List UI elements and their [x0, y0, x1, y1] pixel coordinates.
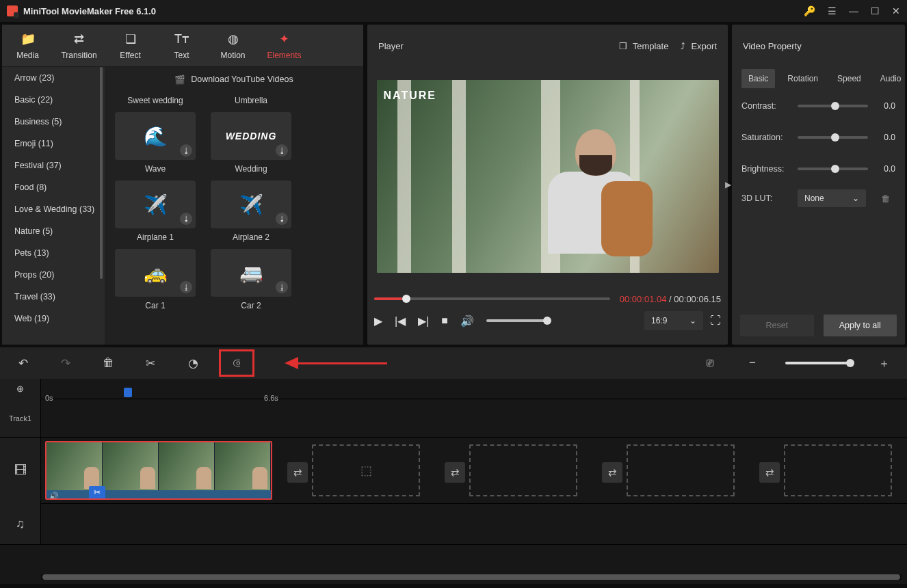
property-tab-audio[interactable]: Audio	[873, 69, 907, 88]
delete-lut-icon[interactable]: 🗑	[881, 193, 890, 204]
stop-button[interactable]: ■	[441, 315, 448, 327]
split-button[interactable]: ✂	[141, 353, 160, 373]
maximize-button[interactable]: ☐	[871, 5, 880, 16]
timeline-horizontal-scrollbar[interactable]	[41, 574, 902, 580]
download-youtube-link[interactable]: 🎬 Download YouTube Videos	[105, 67, 363, 92]
category-item[interactable]: Arrow (23)	[2, 67, 105, 89]
play-button[interactable]: ▶	[374, 315, 382, 328]
timeline-fit-icon[interactable]: ⎚	[700, 353, 720, 373]
property-tab-speed[interactable]: Speed	[830, 69, 868, 88]
zoom-slider[interactable]	[785, 362, 851, 364]
category-item[interactable]: Pets (13)	[2, 242, 105, 264]
elements-icon: ✦	[279, 31, 289, 46]
player-controls: 00:00:01.04 / 00:00:06.15 ▶ |◀ ▶| ■ 🔊 16…	[367, 286, 728, 345]
undo-button[interactable]: ↶	[14, 353, 33, 373]
fullscreen-button[interactable]: ⛶	[710, 315, 721, 327]
category-item[interactable]: Nature (5)	[2, 220, 105, 242]
minimize-button[interactable]: —	[849, 5, 858, 16]
empty-slot-3[interactable]: ⇄	[627, 444, 735, 496]
property-tabs: BasicRotationSpeedAudio	[732, 67, 905, 90]
add-track-button[interactable]: ⊕	[0, 379, 41, 399]
download-icon[interactable]: ⭳	[180, 144, 192, 157]
video-track-icon: 🎞	[0, 438, 41, 504]
download-icon[interactable]: ⭳	[276, 144, 288, 157]
category-item[interactable]: Basic (22)	[2, 89, 105, 111]
timeline: ⊕ 0s 6.6s Track1 🎞 🔊 ✂ ⇄	[0, 379, 907, 584]
tab-transition[interactable]: ⇄Transition	[53, 25, 105, 67]
key-icon[interactable]: 🔑	[804, 5, 815, 16]
element-item[interactable]: 🚐⭳Car 2	[210, 249, 292, 310]
zoom-out-button[interactable]: −	[743, 353, 762, 373]
element-item[interactable]: ✈️⭳Airplane 2	[210, 181, 292, 242]
annotation-arrow	[285, 356, 387, 370]
element-item[interactable]: WEDDING⭳Wedding	[210, 112, 292, 174]
download-icon[interactable]: ⭳	[180, 213, 192, 225]
collapse-property-icon[interactable]: ▶	[725, 180, 731, 189]
tab-motion[interactable]: ◍Motion	[207, 25, 259, 67]
transition-slot-icon[interactable]: ⇄	[602, 462, 622, 483]
zoom-in-button[interactable]: ＋	[874, 353, 893, 373]
property-tab-rotation[interactable]: Rotation	[780, 69, 825, 88]
prev-frame-button[interactable]: |◀	[395, 315, 406, 328]
audio-track-body[interactable]	[41, 504, 907, 544]
crop-button[interactable]: ⟃	[227, 353, 246, 373]
tab-effect[interactable]: ❏Effect	[105, 25, 156, 67]
category-item[interactable]: Business (5)	[2, 111, 105, 133]
lut-select[interactable]: None ⌄	[798, 189, 866, 207]
window-controls: 🔑 ☰ — ☐ ✕	[804, 5, 900, 16]
video-clip[interactable]: 🔊 ✂	[45, 441, 272, 500]
track-1-body[interactable]	[41, 399, 907, 437]
empty-slot-4[interactable]: ⇄	[784, 444, 892, 496]
speed-button[interactable]: ◔	[183, 353, 202, 373]
element-item[interactable]: ✈️⭳Airplane 1	[114, 181, 196, 242]
aspect-ratio-select[interactable]: 16:9⌄	[644, 311, 703, 330]
video-track-body[interactable]: 🔊 ✂ ⇄ ⬚ ⇄ ⇄ ⇄	[41, 438, 907, 503]
reset-button[interactable]: Reset	[740, 315, 814, 336]
category-item[interactable]: Love & Wedding (33)	[2, 198, 105, 220]
slider-track[interactable]	[798, 168, 868, 170]
property-tab-basic[interactable]: Basic	[741, 69, 775, 88]
volume-slider[interactable]	[486, 319, 548, 322]
export-button[interactable]: ⤴ Export	[681, 41, 717, 51]
category-item[interactable]: Travel (33)	[2, 286, 105, 308]
category-item[interactable]: Props (20)	[2, 264, 105, 286]
delete-button[interactable]: 🗑	[98, 353, 118, 373]
category-item[interactable]: Festival (37)	[2, 155, 105, 176]
volume-icon[interactable]: 🔊	[460, 315, 474, 328]
category-item[interactable]: Emoji (11)	[2, 133, 105, 155]
transition-slot-icon[interactable]: ⇄	[287, 462, 308, 483]
slider-track[interactable]	[798, 105, 868, 107]
template-button[interactable]: ❒ Template	[619, 41, 669, 51]
download-icon[interactable]: ⭳	[180, 281, 192, 293]
time-label: 00:00:01.04 / 00:00:06.15	[620, 294, 721, 304]
empty-slot-2[interactable]: ⇄	[469, 444, 577, 496]
next-frame-button[interactable]: ▶|	[418, 315, 429, 328]
download-icon[interactable]: ⭳	[276, 281, 288, 293]
tab-elements[interactable]: ✦Elements	[259, 25, 310, 67]
apply-all-button[interactable]: Apply to all	[824, 315, 897, 336]
category-scrollbar[interactable]	[100, 67, 103, 279]
category-list: Arrow (23)Basic (22)Business (5)Emoji (1…	[2, 67, 105, 345]
close-button[interactable]: ✕	[892, 5, 900, 16]
time-ruler[interactable]: ⊕ 0s 6.6s	[0, 379, 907, 399]
elements-grid-panel: 🎬 Download YouTube Videos Sweet weddingU…	[105, 67, 363, 345]
tab-text[interactable]: TᴛText	[156, 25, 207, 67]
category-item[interactable]: Web (19)	[2, 308, 105, 330]
player-title: Player	[378, 41, 404, 51]
transition-slot-icon[interactable]: ⇄	[759, 462, 780, 483]
category-item[interactable]: Food (8)	[2, 176, 105, 198]
download-icon[interactable]: ⭳	[276, 213, 288, 225]
element-item[interactable]: 🚕⭳Car 1	[114, 249, 196, 310]
empty-slot-1[interactable]: ⇄ ⬚	[312, 444, 420, 496]
hamburger-icon[interactable]: ☰	[828, 5, 837, 16]
element-item[interactable]: 🌊⭳Wave	[114, 112, 196, 174]
redo-button[interactable]: ↷	[56, 353, 75, 373]
transition-slot-icon[interactable]: ⇄	[445, 462, 465, 483]
video-icon: 🎬	[174, 75, 185, 85]
slider-track[interactable]	[798, 136, 868, 139]
scrub-bar[interactable]: 00:00:01.04 / 00:00:06.15	[374, 291, 721, 306]
tab-media[interactable]: 📁Media	[2, 25, 53, 67]
element-item[interactable]: Umbrella	[210, 92, 292, 105]
element-item[interactable]: Sweet wedding	[114, 92, 196, 105]
video-preview[interactable]: NATURE	[367, 67, 728, 286]
